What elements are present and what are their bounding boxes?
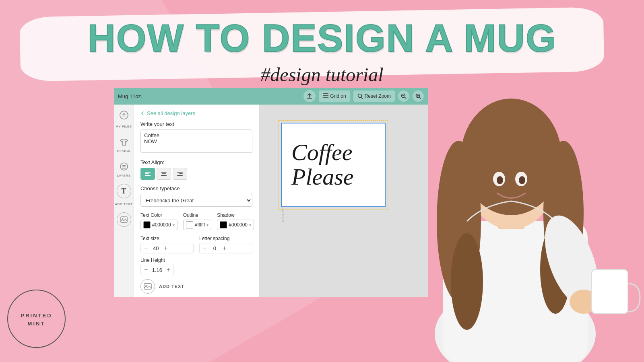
- text-size-value: 40: [151, 245, 161, 251]
- magnifier-icon: [357, 93, 363, 99]
- canvas-inner: NON-PRINTABLE AREA Coffee Please: [259, 105, 428, 297]
- text-align-label: Text Align:: [140, 159, 252, 165]
- text-color-dropdown-arrow: ▾: [173, 223, 175, 227]
- tshirt-icon: [117, 135, 131, 149]
- add-text-sidebar-label: ADD TEXT: [115, 202, 132, 206]
- text-color-value: #000000: [152, 222, 171, 228]
- svg-point-39: [497, 176, 503, 184]
- zoom-out-icon: [401, 93, 407, 99]
- svg-rect-17: [145, 172, 151, 173]
- text-size-stepper: − 40 +: [140, 243, 194, 253]
- letter-spacing-group: Letter spacing − 0 +: [199, 236, 252, 253]
- text-color-swatch: [143, 221, 151, 228]
- layers-icon: [117, 159, 131, 174]
- outline-color-swatch: [186, 221, 193, 228]
- typeface-label: Choose typeface: [140, 185, 252, 191]
- sidebar-image-section[interactable]: [117, 212, 131, 227]
- line-height-label: Line Height: [140, 257, 252, 263]
- svg-rect-20: [161, 172, 167, 173]
- text-size-label: Text size: [140, 236, 194, 241]
- grid-on-button[interactable]: Grid on: [319, 90, 350, 102]
- zoom-in-button[interactable]: [413, 90, 424, 102]
- line-height-stepper: − 1.16 +: [140, 265, 174, 275]
- shadow-label: Shadow: [217, 212, 254, 218]
- zoom-out-button[interactable]: [398, 90, 409, 102]
- image-add-icon: [144, 282, 152, 290]
- align-left-icon: [145, 171, 151, 176]
- upload-arrow-icon: [307, 93, 312, 99]
- text-size-decrease-button[interactable]: −: [144, 245, 148, 251]
- text-size-increase-button[interactable]: +: [164, 245, 167, 251]
- svg-point-40: [519, 176, 525, 184]
- svg-rect-21: [162, 173, 166, 174]
- line-height-increase-button[interactable]: +: [166, 267, 170, 273]
- size-spacing-row: Text size − 40 + Letter spacing − 0 +: [140, 236, 252, 253]
- svg-rect-19: [145, 175, 151, 176]
- my-files-label: MY FILES: [116, 125, 132, 128]
- text-color-label: Text Color: [140, 212, 178, 218]
- sidebar-text-section[interactable]: T: [117, 184, 131, 198]
- write-text-label: Write your text: [140, 121, 252, 127]
- line-height-decrease-button[interactable]: −: [144, 267, 148, 273]
- sidebar-layers-section[interactable]: LAYERS: [117, 159, 131, 177]
- svg-rect-24: [179, 173, 183, 174]
- text-color-group: Text Color #000000 ▾: [140, 212, 178, 230]
- svg-rect-22: [161, 175, 167, 176]
- svg-rect-14: [122, 168, 126, 169]
- shadow-dropdown-arrow: ▾: [249, 223, 251, 227]
- svg-point-35: [451, 233, 483, 330]
- svg-rect-25: [177, 175, 183, 176]
- layers-label: LAYERS: [117, 174, 131, 177]
- add-text-bottom-label: ADD TEXT: [159, 284, 184, 289]
- outline-color-picker[interactable]: #ffffff ▾: [183, 220, 212, 230]
- sidebar-design-section[interactable]: DESIGN: [117, 135, 131, 153]
- add-text-icon-btn[interactable]: [140, 279, 155, 294]
- svg-point-16: [122, 218, 123, 220]
- shadow-color-swatch: [220, 221, 227, 228]
- svg-rect-0: [307, 98, 312, 99]
- upload-icon-sidebar: [117, 108, 131, 122]
- back-link-text: See all design layers: [147, 110, 195, 116]
- svg-line-9: [419, 97, 421, 99]
- outline-dropdown-arrow: ▾: [206, 223, 208, 227]
- upload-icon-btn[interactable]: [303, 90, 316, 102]
- typeface-select[interactable]: Fredericka the Great: [140, 194, 252, 207]
- logo-text-line2: MINT: [28, 321, 45, 327]
- letter-spacing-label: Letter spacing: [199, 236, 252, 241]
- zoom-in-icon: [415, 93, 421, 99]
- editor-toolbar: Mug 11oz. Grid on Reset Zoom: [114, 88, 428, 105]
- align-right-button[interactable]: [173, 168, 187, 180]
- letter-spacing-increase-button[interactable]: +: [223, 245, 226, 251]
- letter-spacing-decrease-button[interactable]: −: [203, 245, 206, 251]
- letter-spacing-value: 0: [210, 245, 219, 251]
- shadow-color-group: Shadow #000000 ▾: [217, 212, 254, 230]
- design-box[interactable]: Coffee Please: [281, 123, 386, 207]
- text-color-picker[interactable]: #000000 ▾: [140, 220, 178, 230]
- icon-sidebar: MY FILES DESIGN LAYERS T ADD TEXT: [114, 105, 134, 297]
- outline-color-group: Outline #ffffff ▾: [183, 212, 212, 230]
- align-left-button[interactable]: [140, 168, 155, 180]
- align-center-icon: [161, 171, 167, 176]
- line-height-group: Line Height − 1.16 +: [140, 257, 252, 275]
- editor-inner: See all design layers Write your text Co…: [134, 105, 259, 297]
- sidebar-upload-section[interactable]: [117, 108, 131, 122]
- toolbar-product-label: Mug 11oz.: [118, 93, 142, 99]
- text-size-group: Text size − 40 +: [140, 236, 194, 253]
- align-center-button[interactable]: [157, 168, 171, 180]
- outline-label: Outline: [183, 212, 212, 218]
- text-input[interactable]: Coffee NOW: [140, 130, 252, 153]
- design-label: DESIGN: [117, 149, 131, 153]
- image-icon: [117, 212, 131, 227]
- svg-line-5: [405, 97, 407, 99]
- add-text-row: ADD TEXT: [140, 279, 252, 294]
- printed-mint-logo: PRINTED MINT: [7, 290, 66, 348]
- reset-zoom-label: Reset Zoom: [365, 93, 391, 99]
- grid-btn-label: Grid on: [330, 93, 346, 99]
- colors-row: Text Color #000000 ▾ Outline #ffffff ▾ S…: [140, 212, 252, 230]
- back-link[interactable]: See all design layers: [140, 110, 252, 116]
- dashed-overlay: [279, 120, 388, 210]
- reset-zoom-button[interactable]: Reset Zoom: [353, 90, 395, 102]
- text-icon: T: [117, 184, 131, 198]
- shadow-color-picker[interactable]: #000000 ▾: [217, 220, 254, 230]
- editor-panel: See all design layers Write your text Co…: [134, 105, 259, 297]
